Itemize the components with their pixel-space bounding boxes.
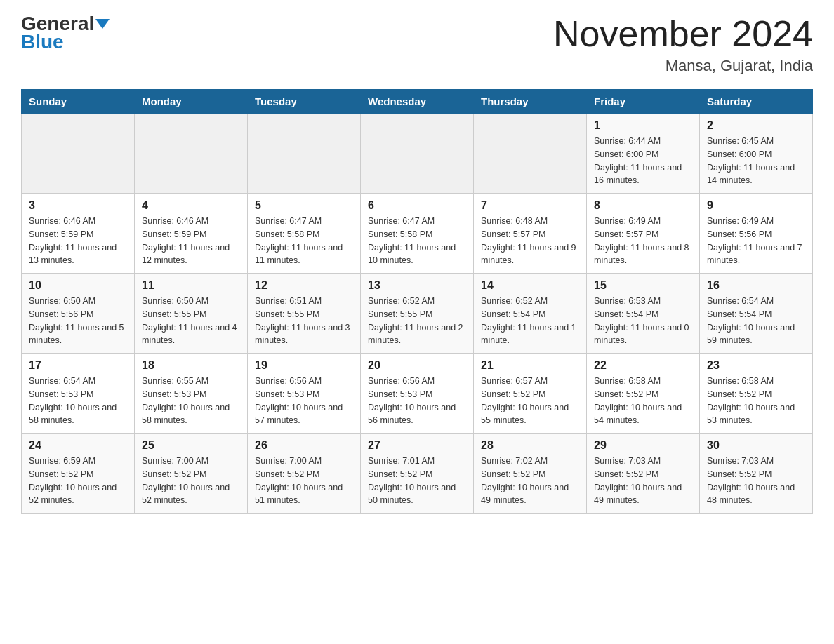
calendar-cell (135, 114, 248, 194)
calendar-cell: 21Sunrise: 6:57 AMSunset: 5:52 PMDayligh… (474, 354, 587, 434)
calendar-cell: 5Sunrise: 6:47 AMSunset: 5:58 PMDaylight… (248, 194, 361, 274)
month-title: November 2024 (553, 14, 813, 54)
calendar-cell: 25Sunrise: 7:00 AMSunset: 5:52 PMDayligh… (135, 434, 248, 514)
day-number: 3 (29, 199, 127, 212)
calendar-cell: 30Sunrise: 7:03 AMSunset: 5:52 PMDayligh… (700, 434, 813, 514)
day-number: 10 (29, 279, 127, 292)
day-number: 18 (142, 359, 240, 372)
location-title: Mansa, Gujarat, India (553, 57, 813, 75)
calendar-cell: 20Sunrise: 6:56 AMSunset: 5:53 PMDayligh… (361, 354, 474, 434)
header-saturday: Saturday (700, 90, 813, 114)
calendar-cell: 29Sunrise: 7:03 AMSunset: 5:52 PMDayligh… (587, 434, 700, 514)
calendar-header-row: SundayMondayTuesdayWednesdayThursdayFrid… (22, 90, 813, 114)
day-info: Sunrise: 6:44 AMSunset: 6:00 PMDaylight:… (594, 135, 692, 187)
day-info: Sunrise: 7:01 AMSunset: 5:52 PMDaylight:… (368, 455, 466, 507)
day-number: 1 (594, 119, 692, 132)
day-info: Sunrise: 6:52 AMSunset: 5:54 PMDaylight:… (481, 295, 579, 347)
day-number: 17 (29, 359, 127, 372)
day-number: 30 (707, 439, 805, 452)
calendar-cell (248, 114, 361, 194)
logo-blue-text: Blue (21, 31, 64, 53)
header-monday: Monday (135, 90, 248, 114)
day-info: Sunrise: 6:58 AMSunset: 5:52 PMDaylight:… (707, 375, 805, 427)
day-info: Sunrise: 6:45 AMSunset: 6:00 PMDaylight:… (707, 135, 805, 187)
day-info: Sunrise: 6:47 AMSunset: 5:58 PMDaylight:… (368, 215, 466, 267)
day-number: 19 (255, 359, 353, 372)
calendar-cell: 18Sunrise: 6:55 AMSunset: 5:53 PMDayligh… (135, 354, 248, 434)
calendar-cell: 16Sunrise: 6:54 AMSunset: 5:54 PMDayligh… (700, 274, 813, 354)
week-row-1: 1Sunrise: 6:44 AMSunset: 6:00 PMDaylight… (22, 114, 813, 194)
week-row-5: 24Sunrise: 6:59 AMSunset: 5:52 PMDayligh… (22, 434, 813, 514)
header-friday: Friday (587, 90, 700, 114)
day-number: 24 (29, 439, 127, 452)
calendar-cell (361, 114, 474, 194)
header-tuesday: Tuesday (248, 90, 361, 114)
calendar-cell: 2Sunrise: 6:45 AMSunset: 6:00 PMDaylight… (700, 114, 813, 194)
calendar-cell: 6Sunrise: 6:47 AMSunset: 5:58 PMDaylight… (361, 194, 474, 274)
calendar-cell: 23Sunrise: 6:58 AMSunset: 5:52 PMDayligh… (700, 354, 813, 434)
day-info: Sunrise: 6:51 AMSunset: 5:55 PMDaylight:… (255, 295, 353, 347)
calendar-cell: 7Sunrise: 6:48 AMSunset: 5:57 PMDaylight… (474, 194, 587, 274)
day-info: Sunrise: 7:03 AMSunset: 5:52 PMDaylight:… (594, 455, 692, 507)
calendar-cell: 3Sunrise: 6:46 AMSunset: 5:59 PMDaylight… (22, 194, 135, 274)
day-info: Sunrise: 6:55 AMSunset: 5:53 PMDaylight:… (142, 375, 240, 427)
day-number: 15 (594, 279, 692, 292)
header-thursday: Thursday (474, 90, 587, 114)
day-info: Sunrise: 7:03 AMSunset: 5:52 PMDaylight:… (707, 455, 805, 507)
day-number: 8 (594, 199, 692, 212)
calendar-cell: 27Sunrise: 7:01 AMSunset: 5:52 PMDayligh… (361, 434, 474, 514)
day-number: 9 (707, 199, 805, 212)
calendar-cell: 15Sunrise: 6:53 AMSunset: 5:54 PMDayligh… (587, 274, 700, 354)
calendar-cell: 24Sunrise: 6:59 AMSunset: 5:52 PMDayligh… (22, 434, 135, 514)
day-info: Sunrise: 6:52 AMSunset: 5:55 PMDaylight:… (368, 295, 466, 347)
calendar-cell: 4Sunrise: 6:46 AMSunset: 5:59 PMDaylight… (135, 194, 248, 274)
day-info: Sunrise: 6:46 AMSunset: 5:59 PMDaylight:… (142, 215, 240, 267)
day-info: Sunrise: 7:00 AMSunset: 5:52 PMDaylight:… (142, 455, 240, 507)
day-number: 20 (368, 359, 466, 372)
calendar-cell: 14Sunrise: 6:52 AMSunset: 5:54 PMDayligh… (474, 274, 587, 354)
day-number: 29 (594, 439, 692, 452)
calendar-cell (22, 114, 135, 194)
calendar-cell: 26Sunrise: 7:00 AMSunset: 5:52 PMDayligh… (248, 434, 361, 514)
day-number: 25 (142, 439, 240, 452)
page-header: General Blue November 2024 Mansa, Gujara… (21, 14, 813, 75)
day-info: Sunrise: 6:49 AMSunset: 5:57 PMDaylight:… (594, 215, 692, 267)
calendar-cell: 28Sunrise: 7:02 AMSunset: 5:52 PMDayligh… (474, 434, 587, 514)
calendar-cell: 19Sunrise: 6:56 AMSunset: 5:53 PMDayligh… (248, 354, 361, 434)
calendar-cell (474, 114, 587, 194)
day-info: Sunrise: 6:53 AMSunset: 5:54 PMDaylight:… (594, 295, 692, 347)
day-number: 11 (142, 279, 240, 292)
calendar-cell: 17Sunrise: 6:54 AMSunset: 5:53 PMDayligh… (22, 354, 135, 434)
calendar-cell: 1Sunrise: 6:44 AMSunset: 6:00 PMDaylight… (587, 114, 700, 194)
day-info: Sunrise: 6:54 AMSunset: 5:53 PMDaylight:… (29, 375, 127, 427)
day-info: Sunrise: 6:58 AMSunset: 5:52 PMDaylight:… (594, 375, 692, 427)
logo: General Blue (21, 14, 110, 53)
day-number: 12 (255, 279, 353, 292)
calendar-cell: 10Sunrise: 6:50 AMSunset: 5:56 PMDayligh… (22, 274, 135, 354)
day-info: Sunrise: 6:56 AMSunset: 5:53 PMDaylight:… (368, 375, 466, 427)
day-number: 5 (255, 199, 353, 212)
day-number: 26 (255, 439, 353, 452)
calendar-cell: 12Sunrise: 6:51 AMSunset: 5:55 PMDayligh… (248, 274, 361, 354)
logo-triangle-icon (95, 19, 110, 29)
day-number: 14 (481, 279, 579, 292)
day-info: Sunrise: 6:47 AMSunset: 5:58 PMDaylight:… (255, 215, 353, 267)
day-info: Sunrise: 6:59 AMSunset: 5:52 PMDaylight:… (29, 455, 127, 507)
day-number: 16 (707, 279, 805, 292)
calendar-cell: 13Sunrise: 6:52 AMSunset: 5:55 PMDayligh… (361, 274, 474, 354)
title-area: November 2024 Mansa, Gujarat, India (553, 14, 813, 75)
calendar-table: SundayMondayTuesdayWednesdayThursdayFrid… (21, 89, 813, 514)
calendar-cell: 22Sunrise: 6:58 AMSunset: 5:52 PMDayligh… (587, 354, 700, 434)
day-info: Sunrise: 6:50 AMSunset: 5:55 PMDaylight:… (142, 295, 240, 347)
day-info: Sunrise: 6:46 AMSunset: 5:59 PMDaylight:… (29, 215, 127, 267)
calendar-cell: 8Sunrise: 6:49 AMSunset: 5:57 PMDaylight… (587, 194, 700, 274)
day-info: Sunrise: 7:00 AMSunset: 5:52 PMDaylight:… (255, 455, 353, 507)
calendar-cell: 11Sunrise: 6:50 AMSunset: 5:55 PMDayligh… (135, 274, 248, 354)
day-number: 28 (481, 439, 579, 452)
week-row-3: 10Sunrise: 6:50 AMSunset: 5:56 PMDayligh… (22, 274, 813, 354)
day-number: 4 (142, 199, 240, 212)
day-number: 7 (481, 199, 579, 212)
week-row-2: 3Sunrise: 6:46 AMSunset: 5:59 PMDaylight… (22, 194, 813, 274)
day-info: Sunrise: 6:48 AMSunset: 5:57 PMDaylight:… (481, 215, 579, 267)
day-number: 2 (707, 119, 805, 132)
